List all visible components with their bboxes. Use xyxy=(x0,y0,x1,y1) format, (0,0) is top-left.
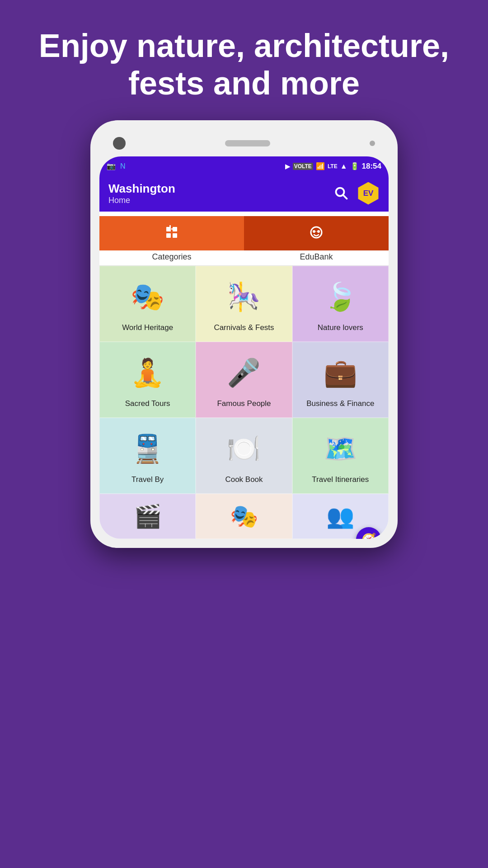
partial2-icon: 🎭 xyxy=(230,503,258,529)
tab-bar: Categories EduBank xyxy=(99,212,389,266)
category-cookbook[interactable]: 🍽️ Cook Book xyxy=(196,418,292,494)
category-business[interactable]: 💼 Business & Finance xyxy=(292,342,389,418)
volte-badge: VOLTE xyxy=(293,163,313,170)
partial1-icon: 🎬 xyxy=(134,503,162,529)
sacred-icon: 🧘 xyxy=(131,357,164,389)
famous-icon: 🎤 xyxy=(227,357,261,389)
search-button[interactable] xyxy=(333,184,349,203)
carnivals-icon: 🎠 xyxy=(227,281,261,313)
page-subtitle: Home xyxy=(108,196,175,205)
travel-by-icon: 🚆 xyxy=(131,433,164,465)
itineraries-icon: 🗺️ xyxy=(324,433,357,465)
nature-icon: 🍃 xyxy=(324,281,357,313)
svg-rect-4 xyxy=(169,225,171,231)
tab-categories-label: Categories xyxy=(152,252,191,262)
svg-rect-1 xyxy=(173,227,177,231)
cast-icon: ▶ xyxy=(285,163,290,170)
category-carnivals[interactable]: 🎠 Carnivals & Fests xyxy=(196,266,292,342)
camera-lens xyxy=(113,137,126,150)
header-title-group: Washington Home xyxy=(108,182,175,205)
nature-label: Nature lovers xyxy=(318,323,363,332)
signal-icon: ▲ xyxy=(340,162,347,170)
battery-icon: 🔋 xyxy=(350,162,359,170)
city-title: Washington xyxy=(108,182,175,196)
camera-app-icon: 📷 xyxy=(107,162,116,170)
world-heritage-label: World Heritage xyxy=(122,323,173,332)
svg-rect-5 xyxy=(171,228,173,230)
business-label: Business & Finance xyxy=(306,399,374,408)
category-partial-1[interactable]: 🎬 xyxy=(99,494,196,539)
svg-rect-3 xyxy=(173,233,177,238)
phone-mockup: 📷 N ▶ VOLTE 📶 LTE ▲ 🔋 18:54 Washington H… xyxy=(90,120,398,548)
cookbook-icon: 🍽️ xyxy=(227,433,261,465)
tab-categories[interactable]: Categories xyxy=(99,212,244,265)
category-nature[interactable]: 🍃 Nature lovers xyxy=(292,266,389,342)
category-world-heritage[interactable]: 🎭 World Heritage xyxy=(99,266,196,342)
business-icon: 💼 xyxy=(324,357,357,389)
world-heritage-icon: 🎭 xyxy=(131,281,164,313)
category-itineraries[interactable]: 🗺️ Travel Itineraries xyxy=(292,418,389,494)
travel-by-label: Travel By xyxy=(131,475,164,484)
category-partial-2[interactable]: 🎭 xyxy=(196,494,292,539)
wifi-icon: 📶 xyxy=(316,162,325,170)
clock: 18:54 xyxy=(362,162,381,171)
categories-grid: 🎭 World Heritage 🎠 Carnivals & Fests 🍃 N… xyxy=(99,266,389,539)
notification-icon: N xyxy=(120,162,126,170)
phone-speaker-grille xyxy=(225,140,270,146)
status-bar: 📷 N ▶ VOLTE 📶 LTE ▲ 🔋 18:54 xyxy=(99,156,389,176)
phone-top-notch xyxy=(99,129,389,156)
fab-icon: 🧭 xyxy=(361,533,376,539)
carnivals-label: Carnivals & Fests xyxy=(214,323,274,332)
famous-label: Famous People xyxy=(217,399,271,408)
sacred-label: Sacred Tours xyxy=(125,399,170,408)
status-left-icons: 📷 N xyxy=(107,162,126,170)
header-actions: EV xyxy=(333,182,380,205)
category-famous[interactable]: 🎤 Famous People xyxy=(196,342,292,418)
cookbook-label: Cook Book xyxy=(225,475,263,484)
tab-edubank[interactable]: EduBank xyxy=(244,212,389,265)
phone-sensors-area xyxy=(370,141,375,146)
category-travel-by[interactable]: 🚆 Travel By xyxy=(99,418,196,494)
partial3-icon: 👥 xyxy=(326,503,354,529)
hero-text: Enjoy nature, architecture, fests and mo… xyxy=(0,0,488,120)
status-right-info: ▶ VOLTE 📶 LTE ▲ 🔋 18:54 xyxy=(285,162,381,171)
category-sacred[interactable]: 🧘 Sacred Tours xyxy=(99,342,196,418)
tab-edubank-label: EduBank xyxy=(300,252,333,262)
lte-badge: LTE xyxy=(328,163,338,170)
ev-logo-badge[interactable]: EV xyxy=(357,182,380,205)
itineraries-label: Travel Itineraries xyxy=(312,475,369,484)
app-header: Washington Home EV xyxy=(99,176,389,212)
svg-point-9 xyxy=(315,231,318,232)
svg-rect-2 xyxy=(166,233,171,238)
